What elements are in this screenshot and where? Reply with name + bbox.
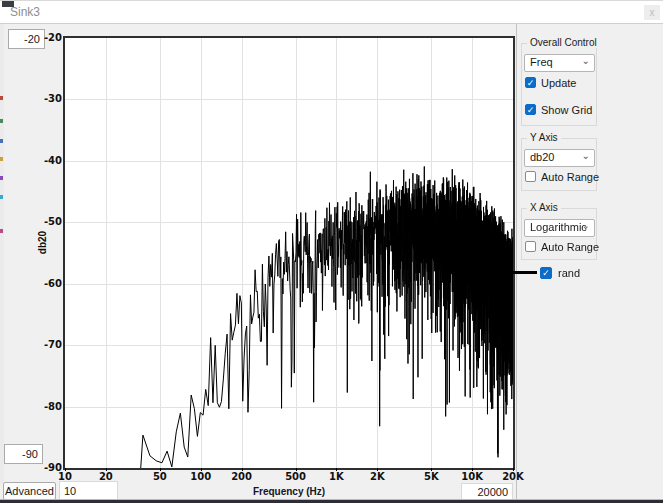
y-tick-label: -40 bbox=[34, 155, 62, 166]
x-tick-mark bbox=[472, 468, 473, 471]
update-checkbox[interactable]: ✓ bbox=[525, 77, 536, 88]
edge-artifact-speck bbox=[0, 119, 3, 123]
x-tick-label: 50 bbox=[153, 471, 167, 482]
close-icon: x bbox=[650, 7, 655, 18]
y-tick-label: -70 bbox=[34, 339, 62, 350]
edge-artifact-speck bbox=[0, 229, 3, 233]
y-axis-label: db20 bbox=[37, 213, 48, 273]
edge-artifact-speck bbox=[0, 176, 3, 180]
update-label: Update bbox=[541, 77, 576, 89]
x-tick-mark bbox=[513, 468, 514, 471]
spectrum-plot-area[interactable] bbox=[63, 36, 515, 470]
y-auto-range-label: Auto Range bbox=[541, 171, 599, 183]
x-tick-mark bbox=[201, 468, 202, 471]
edge-artifact-speck bbox=[0, 96, 3, 100]
y-tick-label: -80 bbox=[34, 401, 62, 412]
y-auto-range-checkbox[interactable] bbox=[525, 171, 536, 182]
y-tick-label: -20 bbox=[34, 32, 62, 43]
edge-artifact-speck bbox=[0, 195, 3, 199]
x-tick-label: 10K bbox=[461, 471, 483, 482]
legend-series-checkbox[interactable]: ✓ bbox=[540, 267, 552, 279]
y-min-input[interactable] bbox=[4, 444, 43, 464]
y-axis-dropdown[interactable]: db20 ⌄ bbox=[524, 149, 595, 167]
title-bar[interactable]: Sink3 x bbox=[0, 1, 663, 24]
x-tick-label: 500 bbox=[285, 471, 306, 482]
sink-window: Sink3 x -20-30-40-50-60-70-80-90 1020501… bbox=[0, 0, 663, 503]
x-axis-label: Frequency (Hz) bbox=[65, 486, 513, 497]
x-tick-label: 20K bbox=[502, 471, 524, 482]
x-tick-label: 1K bbox=[329, 471, 344, 482]
x-tick-mark bbox=[336, 468, 337, 471]
close-button[interactable]: x bbox=[644, 5, 660, 20]
spectrum-plot-canvas[interactable] bbox=[65, 38, 513, 468]
y-tick-label: -60 bbox=[34, 278, 62, 289]
window-corner-artifact bbox=[2, 1, 14, 7]
x-tick-label: 100 bbox=[190, 471, 211, 482]
overall-control-group: Overall Control Freq ⌄ ✓ Update ✓ Show G… bbox=[521, 43, 597, 126]
overall-control-title: Overall Control bbox=[527, 37, 600, 48]
x-tick-mark bbox=[377, 468, 378, 471]
x-tick-label: 5K bbox=[424, 471, 439, 482]
edge-artifact-speck bbox=[0, 157, 3, 161]
edge-artifact-speck bbox=[0, 139, 3, 143]
overall-control-dropdown[interactable]: Freq ⌄ bbox=[524, 54, 595, 72]
x-tick-mark bbox=[160, 468, 161, 471]
x-tick-mark bbox=[242, 468, 243, 471]
x-axis-dropdown[interactable]: Logarithmic ⌄ bbox=[524, 219, 595, 237]
chevron-down-icon: ⌄ bbox=[582, 150, 590, 161]
x-tick-mark bbox=[431, 468, 432, 471]
panel-divider bbox=[516, 24, 517, 501]
x-tick-mark bbox=[106, 468, 107, 471]
y-tick-label: -30 bbox=[34, 93, 62, 104]
chevron-down-icon: ⌄ bbox=[582, 55, 590, 66]
background-edge-strip bbox=[0, 24, 4, 484]
window-title: Sink3 bbox=[10, 5, 40, 19]
y-axis-group: Y Axis db20 ⌄ Auto Range bbox=[521, 138, 597, 191]
x-auto-range-checkbox[interactable] bbox=[525, 241, 536, 252]
x-axis-group: X Axis Logarithmic ⌄ Auto Range bbox=[521, 208, 597, 260]
x-axis-group-title: X Axis bbox=[527, 202, 561, 213]
x-auto-range-label: Auto Range bbox=[541, 241, 599, 253]
x-tick-label: 200 bbox=[231, 471, 252, 482]
legend-line-sample bbox=[509, 271, 537, 274]
legend-series-label: rand bbox=[558, 267, 580, 279]
x-tick-label: 2K bbox=[370, 471, 385, 482]
x-tick-mark bbox=[65, 468, 66, 471]
show-grid-label: Show Grid bbox=[541, 104, 592, 116]
advanced-button[interactable]: Advanced bbox=[3, 482, 56, 500]
x-tick-mark bbox=[296, 468, 297, 471]
chevron-down-icon: ⌄ bbox=[582, 220, 590, 231]
show-grid-checkbox[interactable]: ✓ bbox=[525, 104, 536, 115]
x-min-input[interactable] bbox=[59, 481, 118, 500]
y-axis-group-title: Y Axis bbox=[527, 132, 561, 143]
